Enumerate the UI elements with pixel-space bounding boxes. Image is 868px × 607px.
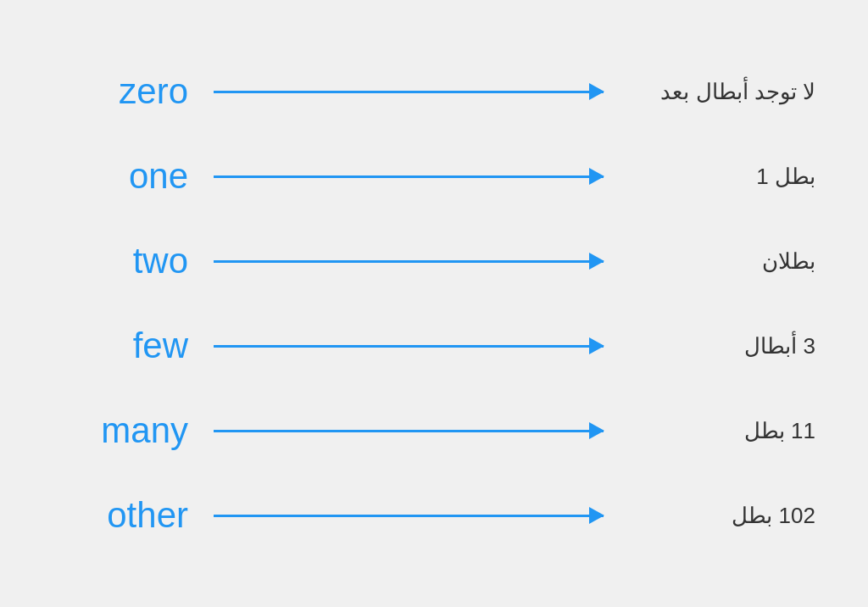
arrow-two [188,260,629,263]
translation-zero: لا توجد أبطال بعد [629,79,815,105]
translation-two: بطلان [629,248,815,275]
label-two: two [53,241,188,281]
translation-many: 11 بطل [629,418,815,444]
label-many: many [53,410,188,451]
arrow-line-two [214,260,604,263]
arrow-other [188,515,629,517]
plural-rules-diagram: zeroلا توجد أبطال بعدoneبطل 1twoبطلانfew… [53,49,815,558]
row-other: other102 بطل [53,473,815,558]
arrow-line-zero [214,91,604,93]
arrow-line-one [214,175,604,178]
arrow-zero [188,91,629,93]
arrow-many [188,430,629,432]
translation-other: 102 بطل [629,503,815,529]
translation-few: 3 أبطال [629,333,815,359]
arrow-line-many [214,430,604,432]
row-few: few3 أبطال [53,304,815,388]
arrow-line-other [214,515,604,517]
label-one: one [53,156,188,197]
arrow-line-few [214,345,604,348]
row-one: oneبطل 1 [53,134,815,219]
arrow-one [188,175,629,178]
label-other: other [53,495,188,536]
arrow-few [188,345,629,348]
label-zero: zero [53,71,188,112]
row-zero: zeroلا توجد أبطال بعد [53,49,815,134]
row-many: many11 بطل [53,388,815,473]
translation-one: بطل 1 [629,164,815,190]
row-two: twoبطلان [53,219,815,304]
label-few: few [53,326,188,366]
